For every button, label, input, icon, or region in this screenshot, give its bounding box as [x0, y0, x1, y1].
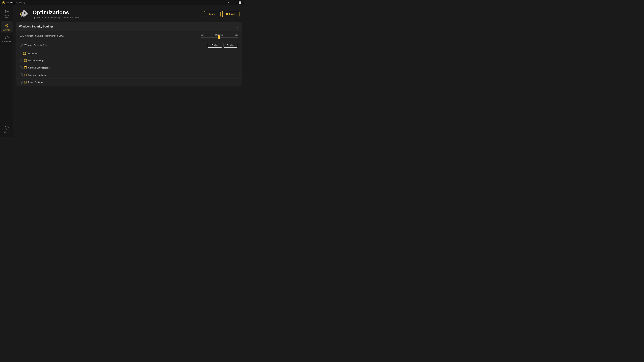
page-subtitle: Optimize your system settings and perfor…: [32, 16, 79, 19]
windows-security-section: Windows Security Settings ⌄ UAC Notifica…: [16, 22, 242, 86]
select-all-row: Select All: [16, 50, 242, 57]
apply-button[interactable]: Apply: [204, 11, 220, 17]
header-text: Optimizations Optimize your system setti…: [32, 9, 79, 19]
header-left: Optimizations Optimize your system setti…: [18, 8, 79, 20]
section-title: Windows Security Settings: [19, 25, 54, 28]
updates-checkbox[interactable]: [24, 73, 27, 76]
titlebar: Winhance by Memory ✦ — ⬜: [0, 0, 244, 5]
gaming-checkbox[interactable]: [24, 66, 27, 69]
sidebar-item-about[interactable]: About: [1, 123, 12, 135]
privacy-row: i Privacy Settings: [16, 57, 242, 64]
main-content: Optimizations Optimize your system setti…: [14, 5, 244, 137]
header-rocket-icon: [18, 8, 30, 20]
sidebar-item-customize[interactable]: Customize: [1, 33, 12, 44]
chevron-down-icon: ⌄: [236, 25, 238, 28]
svg-point-10: [6, 127, 7, 127]
select-all-checkbox[interactable]: [23, 52, 26, 55]
app-body: Software &Apps Optimize Customize: [0, 5, 244, 137]
wss-info-icon[interactable]: i: [20, 44, 23, 47]
svg-point-7: [6, 37, 7, 38]
titlebar-left: Winhance by Memory: [2, 1, 25, 4]
disable-button[interactable]: Disable: [224, 43, 238, 48]
titlebar-controls: ✦ — ⬜: [228, 1, 242, 4]
sidebar-item-optimize[interactable]: Optimize: [1, 21, 12, 32]
sidebar-item-software[interactable]: Software &Apps: [1, 7, 12, 21]
power-info-icon[interactable]: i: [20, 81, 23, 84]
uac-slider-track[interactable]: [201, 37, 238, 37]
wss-row: i Windows Security Suite Enable Disable: [16, 40, 242, 50]
uac-slider-thumb[interactable]: [218, 35, 220, 39]
about-icon: [4, 125, 9, 130]
updates-row: i Windows Updates: [16, 71, 242, 79]
optimize-icon: [4, 23, 9, 28]
star-icon: ✦: [228, 1, 230, 4]
power-label: Power Settings: [28, 81, 43, 83]
uac-high-label: High: [234, 34, 238, 36]
wss-left: i Windows Security Suite: [20, 44, 48, 47]
wss-label: Windows Security Suite: [24, 44, 48, 46]
power-row: i Power Settings: [16, 79, 242, 86]
uac-low-label: Low: [201, 34, 204, 36]
app-logo-icon: [2, 1, 5, 4]
power-checkbox[interactable]: [24, 81, 27, 83]
app-by-label: by Memory: [16, 2, 25, 4]
gaming-row: i Gaming Optimizations: [16, 64, 242, 71]
privacy-info-icon[interactable]: i: [20, 59, 23, 62]
uac-row: UAC Notification Level (Recommended: Low…: [16, 31, 242, 40]
svg-point-2: [6, 11, 8, 12]
sidebar-label-software: Software &Apps: [2, 15, 11, 19]
software-icon: [4, 9, 9, 14]
sidebar-label-optimize: Optimize: [3, 29, 10, 31]
gaming-label: Gaming Optimizations: [28, 66, 50, 69]
sidebar-label-about: About: [4, 131, 9, 133]
updates-label: Windows Updates: [28, 74, 46, 76]
customize-icon: [4, 35, 9, 40]
section-header[interactable]: Windows Security Settings ⌄: [16, 22, 242, 31]
svg-point-11: [24, 12, 26, 14]
content-area: Windows Security Settings ⌄ UAC Notifica…: [14, 22, 244, 137]
select-all-label: Select All: [28, 52, 37, 55]
minimize-button[interactable]: —: [232, 1, 237, 4]
privacy-label: Privacy Settings: [28, 59, 44, 62]
header: Optimizations Optimize your system setti…: [14, 5, 244, 22]
page-title: Optimizations: [32, 9, 79, 15]
sidebar: Software &Apps Optimize Customize: [0, 5, 14, 137]
uac-slider-container: Low Moderate High: [201, 34, 238, 37]
sidebar-label-customize: Customize: [2, 41, 11, 43]
uac-label: UAC Notification Level (Recommended: Low…: [20, 34, 64, 37]
app-name-label: Winhance: [6, 1, 15, 4]
maximize-button[interactable]: ⬜: [238, 1, 242, 4]
wss-buttons: Enable Disable: [208, 43, 238, 48]
gaming-info-icon[interactable]: i: [20, 66, 23, 69]
privacy-checkbox[interactable]: [24, 59, 27, 62]
updates-info-icon[interactable]: i: [20, 73, 23, 76]
enable-button[interactable]: Enable: [208, 43, 222, 48]
defaults-button[interactable]: Defaults: [222, 11, 240, 17]
header-buttons: Apply Defaults: [204, 11, 240, 17]
